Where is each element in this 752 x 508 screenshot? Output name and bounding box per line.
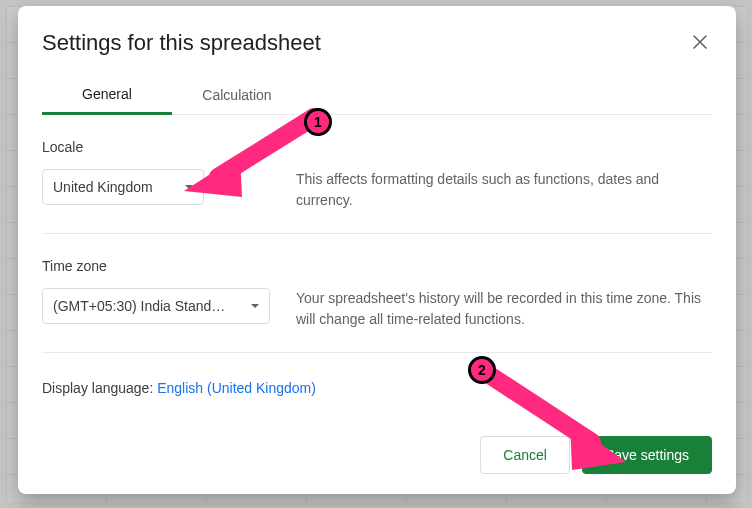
cancel-button[interactable]: Cancel xyxy=(480,436,570,474)
save-settings-button[interactable]: Save settings xyxy=(582,436,712,474)
locale-description: This affects formatting details such as … xyxy=(296,139,712,211)
tab-calculation[interactable]: Calculation xyxy=(172,76,302,114)
tabs: General Calculation xyxy=(42,76,712,115)
settings-dialog: Settings for this spreadsheet General Ca… xyxy=(18,6,736,494)
locale-value: United Kingdom xyxy=(53,179,153,195)
timezone-value: (GMT+05:30) India Stand… xyxy=(53,298,225,314)
caret-down-icon xyxy=(185,185,193,189)
timezone-description: Your spreadsheet's history will be recor… xyxy=(296,258,712,330)
timezone-section: Time zone (GMT+05:30) India Stand… Your … xyxy=(42,233,712,352)
locale-section: Locale United Kingdom This affects forma… xyxy=(42,115,712,233)
close-button[interactable] xyxy=(688,30,712,54)
dialog-footer: Cancel Save settings xyxy=(480,436,712,474)
language-label: Display language: xyxy=(42,380,157,396)
timezone-select[interactable]: (GMT+05:30) India Stand… xyxy=(42,288,270,324)
caret-down-icon xyxy=(251,304,259,308)
language-section: Display language: English (United Kingdo… xyxy=(42,352,712,399)
timezone-label: Time zone xyxy=(42,258,278,274)
language-link[interactable]: English (United Kingdom) xyxy=(157,380,316,396)
locale-label: Locale xyxy=(42,139,278,155)
tab-general[interactable]: General xyxy=(42,76,172,115)
language-text: Display language: English (United Kingdo… xyxy=(42,377,332,399)
close-icon xyxy=(693,35,707,49)
locale-select[interactable]: United Kingdom xyxy=(42,169,204,205)
dialog-title: Settings for this spreadsheet xyxy=(42,30,321,56)
